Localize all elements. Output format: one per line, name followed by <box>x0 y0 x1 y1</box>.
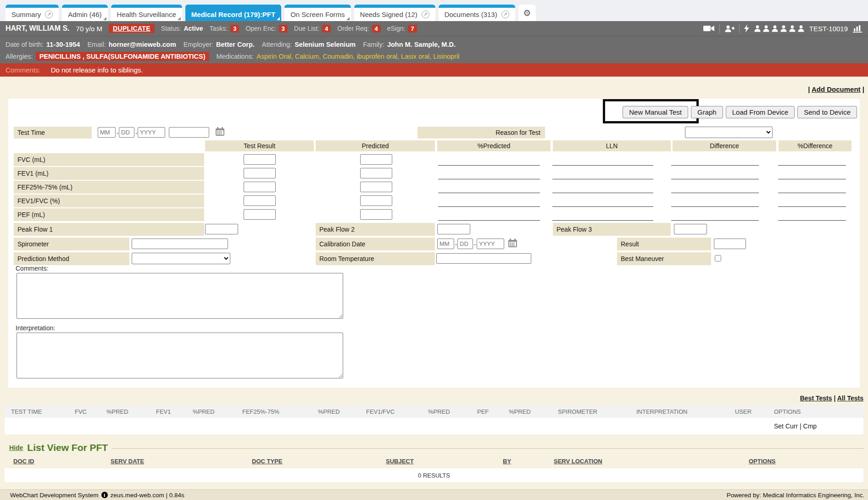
employer-label: Employer: <box>184 41 213 48</box>
doc-col-by[interactable]: BY <box>503 458 511 465</box>
tab-medical-record[interactable]: Medical Record (179):PFT <box>185 5 281 21</box>
test-time-day-input[interactable] <box>119 127 134 138</box>
test-time-time-input[interactable] <box>169 127 209 138</box>
tests-filter-links: Best Tests | All Tests <box>800 394 863 402</box>
spirometer-label-cell: Spirometer <box>14 238 129 250</box>
pipe-separator: | <box>800 422 801 430</box>
results-options-cell: Set Curr | Cmp <box>774 418 817 434</box>
results-col-fev1-fvc: FEV1/FVC <box>366 406 395 418</box>
peak-flow-1-label-cell: Peak Flow 1 <box>14 223 204 236</box>
fev1-difference-line <box>671 179 759 179</box>
calibration-year-input[interactable] <box>477 239 504 249</box>
doc-col-serv-date[interactable]: SERV DATE <box>111 458 144 465</box>
popout-icon[interactable]: ↗ <box>501 11 509 18</box>
date-separator: - <box>474 241 476 248</box>
peak-flow-2-label-cell: Peak Flow 2 <box>316 223 435 236</box>
pef-predicted-input[interactable] <box>360 209 392 220</box>
peak-flow-2-input[interactable] <box>437 224 470 234</box>
fev1-test-result-input[interactable] <box>244 168 276 178</box>
popout-icon[interactable]: ↗ <box>422 11 429 18</box>
result-input[interactable] <box>714 239 746 249</box>
pef-test-result-input[interactable] <box>244 209 276 220</box>
fev1-fvc-test-result-input[interactable] <box>244 195 276 206</box>
fvc-pct-difference-line <box>778 165 846 166</box>
results-col-pred-1: %PRED <box>106 406 128 418</box>
fvc-predicted-input[interactable] <box>360 154 392 165</box>
open-enc-count-badge[interactable]: 3 <box>279 25 288 33</box>
fvc-test-result-input[interactable] <box>244 154 276 165</box>
tab-documents[interactable]: Documents (313) ↗ <box>439 5 515 21</box>
settings-gear-icon[interactable]: ⚙ <box>518 5 536 21</box>
calendar-icon[interactable] <box>508 239 517 250</box>
tasks-count-badge[interactable]: 3 <box>230 25 239 33</box>
fef25-75-lln-line <box>552 193 653 193</box>
order-req-label: Order Req: <box>337 25 369 32</box>
duplicate-flag[interactable]: DUPLICATE <box>109 24 155 33</box>
document-table-header: DOC ID SERV DATE DOC TYPE SUBJECT BY SER… <box>0 458 868 467</box>
test-time-year-input[interactable] <box>138 127 165 138</box>
cmp-link[interactable]: Cmp <box>803 422 817 430</box>
document-table-empty-row: 0 RESULTS <box>5 468 863 482</box>
info-icon[interactable]: i <box>101 492 108 498</box>
bar-chart-icon[interactable] <box>852 25 862 33</box>
tab-health-surveillance[interactable]: Health Surveillance <box>111 5 182 21</box>
due-list-count-badge[interactable]: 4 <box>322 25 331 33</box>
esign-count-badge[interactable]: 7 <box>408 25 417 33</box>
dropdown-fold-icon <box>277 17 280 20</box>
pef-pct-predicted-line <box>438 220 540 221</box>
prediction-method-select[interactable] <box>132 253 230 264</box>
doc-col-doc-id[interactable]: DOC ID <box>13 458 34 465</box>
all-tests-link[interactable]: All Tests <box>837 394 863 402</box>
results-col-pred-3: %PRED <box>318 406 340 418</box>
calibration-month-input[interactable] <box>437 239 454 249</box>
fvc-lln-line <box>552 165 653 166</box>
video-camera-icon[interactable] <box>703 25 715 32</box>
tasks-label: Tasks: <box>209 25 228 32</box>
set-curr-link[interactable]: Set Curr <box>774 422 798 430</box>
popout-icon[interactable]: ↗ <box>45 11 53 18</box>
webchart-page: Summary ↗ Admin (46) Health Surveillance… <box>0 0 868 500</box>
lightning-icon[interactable] <box>744 24 749 33</box>
order-req-count-badge[interactable]: 4 <box>372 25 381 33</box>
column-header-pct-predicted: %Predicted <box>437 140 551 151</box>
new-manual-test-button[interactable]: New Manual Test <box>623 106 688 118</box>
best-maneuver-checkbox[interactable] <box>715 255 721 261</box>
graph-button[interactable]: Graph <box>691 106 723 118</box>
peak-flow-1-input[interactable] <box>205 224 238 234</box>
best-tests-link[interactable]: Best Tests <box>800 394 832 402</box>
doc-col-serv-location[interactable]: SERV LOCATION <box>554 458 602 465</box>
fev1-lln-line <box>552 179 653 179</box>
calibration-date-label-cell: Calibration Date <box>316 238 435 250</box>
tab-needs-signed[interactable]: Needs Signed (12) ↗ <box>354 5 435 21</box>
add-document-link[interactable]: Add Document <box>812 85 861 93</box>
test-time-month-input[interactable] <box>98 127 116 138</box>
tab-on-screen-forms[interactable]: On Screen Forms <box>284 5 351 21</box>
comments-textarea[interactable] <box>17 273 343 319</box>
tab-admin[interactable]: Admin (46) <box>62 5 107 21</box>
row-label-fev1-fvc: FEV1/FVC (%) <box>14 194 204 207</box>
pft-form-panel: New Manual Test Graph Load From Device S… <box>8 99 860 388</box>
footer-host: zeus.med-web.com | 0.84s <box>111 492 184 499</box>
fef25-75-predicted-input[interactable] <box>360 182 392 192</box>
reason-for-test-select[interactable] <box>685 127 773 138</box>
load-from-device-button[interactable]: Load From Device <box>726 106 795 118</box>
fef25-75-test-result-input[interactable] <box>244 182 276 192</box>
spirometer-input[interactable] <box>132 239 228 249</box>
doc-col-doc-type[interactable]: DOC TYPE <box>252 458 282 465</box>
room-temperature-input[interactable] <box>436 253 531 264</box>
tab-summary[interactable]: Summary ↗ <box>6 5 59 21</box>
add-person-icon[interactable] <box>724 25 734 33</box>
results-col-options: OPTIONS <box>774 406 801 418</box>
peak-flow-3-input[interactable] <box>674 224 707 234</box>
esign-label: eSign: <box>387 25 406 32</box>
fev1-fvc-predicted-input[interactable] <box>360 195 392 206</box>
calendar-icon[interactable] <box>215 127 225 138</box>
care-team-icons[interactable] <box>754 25 805 32</box>
interpretation-textarea[interactable] <box>17 333 343 378</box>
send-to-device-button[interactable]: Send to Device <box>797 106 857 118</box>
fev1-predicted-input[interactable] <box>360 168 392 178</box>
calibration-day-input[interactable] <box>457 239 473 249</box>
doc-col-subject[interactable]: SUBJECT <box>386 458 414 465</box>
hide-link[interactable]: Hide <box>9 444 23 451</box>
doc-col-options[interactable]: OPTIONS <box>749 458 776 465</box>
